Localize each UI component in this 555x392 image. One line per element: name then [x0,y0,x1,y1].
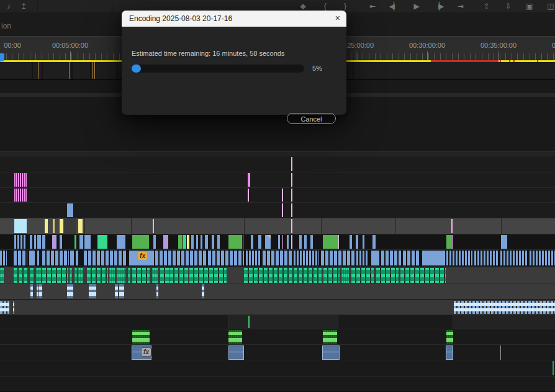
timeline-clip[interactable] [119,284,124,298]
timeline-clip[interactable] [0,268,4,283]
video-track-v1[interactable]: fx [0,249,555,266]
timeline-clip[interactable] [251,235,254,249]
timeline-clip[interactable] [323,330,337,344]
timeline-clip[interactable] [278,235,281,249]
audio-track-a6[interactable]: fx [0,344,555,360]
video-track-v3[interactable] [0,218,555,234]
timeline-clip[interactable] [0,251,7,265]
timeline-clip[interactable] [341,268,349,283]
timeline-clip[interactable] [117,268,125,283]
timeline-clip[interactable] [294,251,319,265]
timeline-clip[interactable] [363,235,365,249]
timeline-clip[interactable] [45,219,48,233]
timeline-clip[interactable] [299,235,302,249]
timeline-clip[interactable] [356,235,359,249]
timeline-clip[interactable] [321,251,354,265]
timeline-clip[interactable] [42,251,69,265]
timeline-clip[interactable] [381,251,401,265]
timeline-clip[interactable] [14,251,27,265]
timeline-clip[interactable] [446,345,453,360]
timeline-clip[interactable] [212,235,215,249]
timeline-clip[interactable] [70,268,72,283]
timeline-clip[interactable] [248,173,250,187]
timeline-clip[interactable] [196,235,199,249]
audio-track-a5[interactable] [0,329,555,344]
timeline-clip[interactable] [0,301,9,314]
timeline-clip[interactable] [217,235,220,249]
audio-track-a3[interactable] [0,300,555,314]
timeline-clip[interactable] [132,235,149,249]
timeline-clip[interactable] [228,345,244,360]
timeline-clip[interactable] [13,301,14,314]
timeline-clip[interactable] [248,189,249,202]
timeline-clip[interactable]: fx [132,345,151,360]
timeline-clip[interactable] [304,235,307,249]
timeline-clip[interactable] [115,284,118,298]
timeline-clip[interactable] [500,345,501,360]
timeline-clip[interactable] [87,268,108,283]
timeline-clip[interactable] [208,251,244,265]
timeline-clip[interactable] [14,219,27,233]
audio-track-a7[interactable] [0,360,555,376]
timeline-clip[interactable] [97,235,107,249]
timeline-clip[interactable] [60,235,63,249]
timeline-clip[interactable] [246,251,261,265]
timeline-clip[interactable] [501,235,508,249]
timeline-clip[interactable] [30,235,33,249]
timeline-clip[interactable] [36,268,41,283]
timeline-clip[interactable] [201,235,203,249]
timeline-clip[interactable] [14,189,27,202]
timeline-clip[interactable] [42,235,46,249]
timeline-clip[interactable] [67,284,73,298]
cancel-button[interactable]: Cancel [287,113,336,124]
timeline-clip[interactable] [34,235,37,249]
audio-track-a4[interactable] [0,314,555,329]
timeline-clip[interactable] [310,235,314,249]
timeline-clip[interactable] [265,235,271,249]
timeline-clip[interactable] [291,157,292,171]
timeline-clip[interactable] [152,268,158,283]
dialog-title-bar[interactable]: Encoding 2025-08-03 20-17-16 × [122,11,346,27]
timeline-clip[interactable] [155,251,206,265]
timeline-clip[interactable] [37,235,42,249]
timeline-clip[interactable] [79,235,84,249]
timeline-clip[interactable] [351,268,374,283]
timeline-clip[interactable] [291,189,292,202]
timeline-clip[interactable] [78,219,83,233]
timeline-clip[interactable] [89,284,96,298]
timeline-clip[interactable] [202,284,204,298]
timeline-clip[interactable] [422,251,446,265]
timeline-clip[interactable] [356,251,369,265]
timeline-clip[interactable] [452,235,453,249]
timeline-clip[interactable] [70,251,74,265]
timeline-clip[interactable] [163,235,168,249]
timeline-clip[interactable] [258,235,262,249]
timeline-clip[interactable] [243,235,243,249]
timeline-clip[interactable] [553,361,554,375]
timeline-clip[interactable] [205,235,209,249]
audio-track-a1[interactable] [0,267,555,283]
timeline-clip[interactable] [178,235,183,249]
timeline-clip[interactable] [248,316,250,328]
timeline-clip[interactable] [156,284,158,298]
video-track-v6[interactable] [0,156,555,172]
timeline-clip[interactable] [183,235,186,249]
timeline-clip[interactable] [400,268,446,283]
timeline-clip[interactable] [228,235,242,249]
timeline-clip[interactable] [244,268,322,283]
timeline-clip[interactable] [322,345,340,360]
audio-track-a2[interactable] [0,283,555,299]
timeline-clip[interactable] [67,203,74,217]
timeline-clip[interactable] [530,251,555,265]
timeline-clip[interactable] [30,284,33,298]
timeline-clip[interactable] [228,330,242,344]
video-track-v5[interactable] [0,172,555,187]
timeline-clip[interactable] [78,268,83,283]
timeline-clip[interactable] [74,268,77,283]
timeline-clip[interactable] [84,235,91,249]
timeline-clip[interactable] [500,251,528,265]
timeline-clip[interactable] [263,251,292,265]
timeline-clip[interactable] [109,268,115,283]
timeline-clip[interactable]: fx [129,251,155,265]
timeline-clip[interactable] [403,251,420,265]
